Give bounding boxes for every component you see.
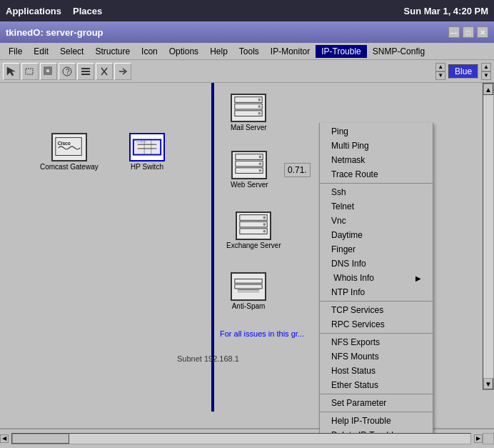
menu-host-status[interactable]: Host Status (320, 364, 433, 378)
svg-rect-25 (236, 154, 263, 160)
exchange-server-icon[interactable]: Exchange Server (226, 211, 281, 249)
dropdown-menu: Ping Multi Ping Netmask Trace Route Ssh … (319, 123, 433, 433)
horizontal-scrollbar[interactable] (11, 433, 471, 444)
color-down-btn[interactable]: ▼ (481, 71, 491, 80)
svg-rect-21 (235, 111, 262, 116)
menu-nfs-exports[interactable]: NFS Exports (320, 335, 433, 349)
scroll-right-btn[interactable]: ▶ (474, 434, 483, 443)
svg-point-24 (258, 112, 261, 115)
menu-set-parameter[interactable]: Set Parameter (320, 396, 433, 410)
scroll-v-track (483, 95, 493, 378)
menu-structure[interactable]: Structure (89, 45, 136, 58)
subnet-text: Subnet 192.168.1 (177, 354, 239, 363)
menu-ssh[interactable]: Ssh (320, 185, 433, 199)
menu-ip-trouble[interactable]: IP-Trouble (316, 45, 367, 58)
menu-rpc-services[interactable]: RPC Services (320, 317, 433, 332)
menu-help[interactable]: Help (204, 45, 233, 58)
corner-btn (483, 433, 494, 444)
svg-point-23 (258, 105, 261, 108)
hp-switch-icon[interactable]: —×— HP Switch (129, 133, 165, 171)
scroll-up-btn[interactable]: ▲ (435, 63, 445, 71)
comcast-gateway-icon[interactable]: Cisco Comcast Gateway (40, 133, 99, 171)
web-server-icon[interactable]: Web Server (231, 151, 268, 189)
svg-rect-32 (240, 221, 267, 227)
menu-snmp-config[interactable]: SNMP-Config (367, 45, 430, 58)
menu-tcp-services[interactable]: TCP Services (320, 303, 433, 317)
color-scroll[interactable]: ▲ ▼ (481, 63, 491, 80)
svg-rect-8 (81, 74, 90, 75)
close-button[interactable]: ✕ (477, 26, 488, 38)
web-server-label: Web Server (231, 181, 268, 189)
toolbar-arrow[interactable] (114, 63, 131, 80)
toolbar-select-rect[interactable] (21, 63, 39, 80)
toolbar-help[interactable]: ? (59, 63, 76, 80)
menu-delete-ip-trouble[interactable]: Delete IP-Trouble (320, 428, 433, 433)
menu-select[interactable]: Select (54, 45, 89, 58)
menu-section-4: NFS Exports NFS Mounts Host Status Ether… (320, 334, 433, 394)
scroll-down-btn[interactable]: ▼ (435, 71, 445, 80)
applications-menu[interactable]: Applications (6, 6, 61, 16)
menu-telnet[interactable]: Telnet (320, 199, 433, 214)
menu-daytime[interactable]: Daytime (320, 228, 433, 242)
menu-finger[interactable]: Finger (320, 242, 433, 257)
svg-point-35 (263, 223, 266, 226)
menu-trace-route[interactable]: Trace Route (320, 167, 433, 181)
scroll-left-btn[interactable]: ◀ (0, 434, 9, 443)
svg-text:—×—: —×— (136, 139, 147, 144)
comcast-label: Comcast Gateway (40, 163, 99, 171)
menu-ping[interactable]: Ping (320, 124, 433, 139)
scroll-v-up-btn[interactable]: ▲ (483, 84, 493, 95)
svg-rect-38 (235, 284, 262, 289)
toolbar-pointer[interactable] (3, 63, 20, 80)
menu-edit[interactable]: Edit (28, 45, 54, 58)
svg-text:Cisco: Cisco (58, 141, 71, 146)
vertical-scrollbar[interactable]: ▲ ▼ (483, 83, 494, 390)
svg-text:?: ? (66, 68, 70, 76)
scroll-v-down-btn[interactable]: ▼ (483, 378, 493, 389)
menu-vnc[interactable]: Vnc (320, 214, 433, 228)
menu-file[interactable]: File (3, 45, 28, 58)
places-menu[interactable]: Places (73, 6, 102, 16)
menu-ntp-info[interactable]: NTP Info (320, 285, 433, 299)
scroll-up-down[interactable]: ▲ ▼ (435, 63, 445, 80)
menu-icon[interactable]: Icon (136, 45, 163, 58)
toolbar-cut[interactable] (96, 63, 113, 80)
color-selector[interactable]: Blue (448, 64, 478, 79)
menu-section-2: Ssh Telnet Vnc Daytime Finger DNS Info W… (320, 184, 433, 302)
anti-spam-icon[interactable]: Anti-Spam (231, 272, 266, 310)
main-window: tkinedO: server-group — □ ✕ File Edit Se… (0, 21, 494, 448)
menu-tools[interactable]: Tools (233, 45, 265, 58)
hp-switch-label: HP Switch (131, 163, 163, 171)
color-up-btn[interactable]: ▲ (481, 63, 491, 71)
svg-rect-31 (240, 215, 267, 221)
window-title: tkinedO: server-group (6, 27, 104, 38)
menu-ip-monitor[interactable]: IP-Monitor (265, 45, 316, 58)
maximize-button[interactable]: □ (463, 26, 474, 38)
toolbar-layout[interactable] (77, 63, 94, 80)
menu-options[interactable]: Options (163, 45, 204, 58)
menu-section-1: Ping Multi Ping Netmask Trace Route (320, 123, 433, 184)
canvas-area[interactable]: Cisco Comcast Gateway —×— HP Switch (0, 83, 494, 433)
svg-rect-27 (236, 168, 263, 174)
toolbar-right: ▲ ▼ Blue ▲ ▼ (435, 63, 491, 80)
menu-ether-status[interactable]: Ether Status (320, 378, 433, 392)
submenu-arrow: ▶ (415, 274, 421, 282)
taskbar-datetime: Sun Mar 1, 4:20 PM (404, 6, 488, 16)
minimize-button[interactable]: — (448, 26, 460, 38)
menu-netmask[interactable]: Netmask (320, 153, 433, 167)
menu-whois-info[interactable]: Whois Info ▶ (320, 271, 433, 285)
menu-section-3: TCP Services RPC Services (320, 302, 433, 334)
issues-link[interactable]: For all issues in this gr... (220, 329, 304, 338)
svg-point-22 (258, 99, 261, 101)
menu-multi-ping[interactable]: Multi Ping (320, 139, 433, 153)
menu-help-ip-trouble[interactable]: Help IP-Trouble (320, 414, 433, 428)
menu-dns-info[interactable]: DNS Info (320, 257, 433, 271)
toolbar-select-all[interactable] (40, 63, 57, 80)
scrollbar-thumb[interactable] (12, 434, 69, 444)
svg-rect-19 (235, 97, 262, 103)
menu-nfs-mounts[interactable]: NFS Mounts (320, 349, 433, 364)
toolbar: ? ▲ ▼ Blue ▲ ▼ (0, 60, 494, 83)
hp-switch-box: —×— (129, 133, 165, 161)
mail-server-icon[interactable]: Mail Server (231, 94, 267, 131)
svg-rect-7 (81, 71, 90, 72)
